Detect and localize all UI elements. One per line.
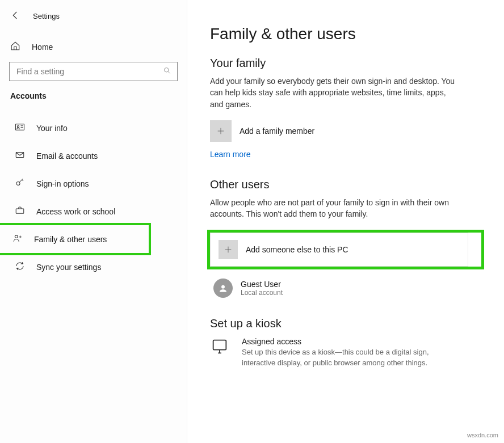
nav-label: Sync your settings — [36, 263, 101, 272]
briefcase-icon — [15, 205, 25, 217]
nav-group-label: Accounts — [0, 89, 187, 106]
add-other-user-button[interactable]: Add someone else to this PC — [210, 233, 468, 267]
kiosk-description: Set up this device as a kiosk—this could… — [242, 347, 452, 368]
nav-family-users[interactable]: Family & other users — [0, 223, 151, 255]
svg-rect-5 — [16, 209, 24, 213]
home-icon — [10, 41, 20, 53]
back-icon[interactable] — [10, 10, 20, 22]
svg-rect-3 — [16, 153, 24, 158]
person-card-icon — [15, 122, 25, 134]
other-users-description: Allow people who are not part of your fa… — [210, 197, 460, 220]
search-field[interactable] — [15, 66, 152, 77]
guest-user-name: Guest User — [241, 280, 283, 289]
nav-signin-options[interactable]: Sign-in options — [0, 170, 187, 197]
kiosk-title: Assigned access — [242, 337, 452, 346]
guest-user-row[interactable]: Guest User Local account — [210, 273, 481, 298]
svg-point-0 — [165, 68, 169, 73]
add-family-member-button[interactable]: Add a family member — [210, 120, 481, 142]
nav-label: Your info — [36, 124, 68, 133]
family-heading: Your family — [210, 57, 481, 70]
learn-more-link[interactable]: Learn more — [210, 150, 481, 159]
app-title: Settings — [33, 12, 60, 20]
nav-email-accounts[interactable]: Email & accounts — [0, 142, 187, 170]
search-input[interactable] — [9, 62, 178, 81]
search-icon — [163, 66, 171, 77]
other-users-heading: Other users — [210, 178, 481, 191]
nav-your-info[interactable]: Your info — [0, 114, 187, 142]
family-description: Add your family so everybody gets their … — [210, 75, 460, 110]
kiosk-monitor-icon — [210, 337, 229, 358]
svg-rect-8 — [213, 340, 226, 350]
add-other-label: Add someone else to this PC — [246, 245, 348, 254]
highlighted-region: Add someone else to this PC — [207, 230, 484, 269]
home-label: Home — [32, 43, 53, 52]
key-icon — [15, 178, 25, 189]
nav-label: Email & accounts — [36, 151, 98, 161]
home-nav[interactable]: Home — [0, 35, 187, 58]
svg-point-7 — [221, 285, 225, 289]
nav-sync-settings[interactable]: Sync your settings — [0, 253, 187, 281]
nav-work-school[interactable]: Access work or school — [0, 197, 187, 225]
nav-label: Family & other users — [34, 235, 107, 244]
nav-list: Your info Email & accounts Sign-in optio… — [0, 114, 187, 281]
plus-icon — [219, 240, 238, 259]
nav-label: Access work or school — [36, 207, 115, 216]
add-family-label: Add a family member — [240, 126, 314, 136]
guest-user-sub: Local account — [241, 289, 283, 297]
plus-icon — [210, 120, 232, 142]
mail-icon — [15, 150, 25, 162]
people-plus-icon — [12, 233, 23, 245]
watermark: wsxdn.com — [467, 432, 498, 438]
main-panel: Family & other users Your family Add you… — [187, 0, 504, 443]
sidebar: Settings Home Accounts Your info — [0, 0, 187, 443]
svg-point-2 — [17, 126, 19, 128]
kiosk-heading: Set up a kiosk — [210, 317, 481, 330]
page-title: Family & other users — [210, 25, 481, 43]
nav-label: Sign-in options — [36, 179, 89, 188]
sync-icon — [15, 261, 25, 273]
svg-point-4 — [16, 182, 20, 185]
svg-point-6 — [15, 235, 18, 238]
avatar-icon — [213, 279, 233, 298]
